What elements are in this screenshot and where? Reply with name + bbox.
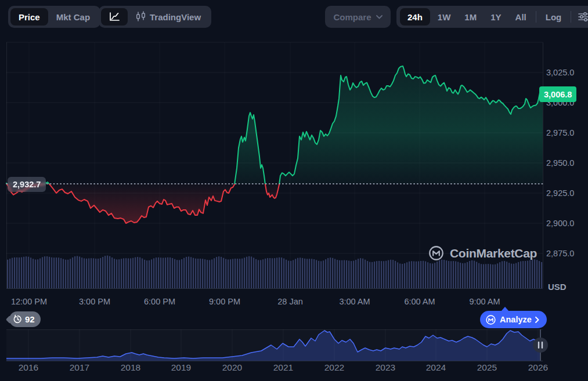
svg-text:2,900.0: 2,900.0 [546, 219, 574, 228]
analyze-button[interactable]: Analyze [480, 311, 547, 328]
chart-settings-button[interactable] [574, 8, 588, 26]
toolbar-divider [571, 11, 571, 23]
price-series [6, 66, 543, 223]
chevron-right-icon [535, 317, 539, 323]
chevron-down-icon [376, 15, 383, 19]
svg-text:2,925.0: 2,925.0 [546, 188, 574, 198]
coinmarketcap-logo-icon [485, 314, 496, 325]
baseline-price-badge: 2,932.7 [8, 177, 46, 192]
timeline-minimap[interactable] [6, 329, 548, 361]
tab-mkt-cap[interactable]: Mkt Cap [48, 8, 98, 26]
svg-text:6:00 PM: 6:00 PM [144, 297, 175, 306]
toolbar-divider [536, 11, 536, 23]
svg-text:2021: 2021 [273, 362, 293, 372]
analyze-label: Analyze [500, 315, 532, 324]
watermark-text: CoinMarketCap [450, 246, 537, 260]
current-price-badge: 3,006.8 [539, 86, 576, 102]
coinmarketcap-logo-icon [428, 245, 445, 262]
svg-text:USD: USD [548, 282, 567, 292]
svg-text:28 Jan: 28 Jan [277, 297, 303, 306]
compare-dropdown[interactable]: Compare [325, 6, 391, 28]
svg-text:2016: 2016 [19, 362, 38, 372]
svg-text:3:00 PM: 3:00 PM [79, 297, 110, 306]
tradingview-mode-button[interactable]: TradingView [128, 8, 209, 26]
tab-price[interactable]: Price [10, 8, 48, 26]
svg-text:12:00 PM: 12:00 PM [11, 297, 47, 306]
range-24h[interactable]: 24h [400, 8, 430, 26]
svg-text:9:00 PM: 9:00 PM [209, 297, 240, 306]
svg-text:2,975.0: 2,975.0 [546, 128, 574, 137]
svg-text:2020: 2020 [222, 362, 243, 372]
range-1y[interactable]: 1Y [484, 8, 507, 26]
log-scale-toggle[interactable]: Log [539, 8, 568, 26]
svg-text:6:00 AM: 6:00 AM [404, 297, 435, 306]
svg-text:9:00 AM: 9:00 AM [469, 297, 500, 306]
chart-style-toggle: TradingView [99, 6, 211, 28]
svg-text:3,025.0: 3,025.0 [546, 68, 574, 77]
history-count-badge[interactable]: 92 [9, 311, 41, 327]
svg-text:2024: 2024 [426, 362, 446, 372]
svg-text:2,950.0: 2,950.0 [546, 158, 574, 168]
line-chart-icon [108, 11, 121, 23]
tradingview-label: TradingView [150, 12, 201, 22]
candlestick-icon [136, 11, 146, 23]
range-selector: 24h 1W 1M 1Y All Log [396, 6, 588, 28]
history-count: 92 [25, 314, 35, 324]
chart-type-toggle: Price Mkt Cap [8, 6, 100, 28]
svg-text:2025: 2025 [477, 362, 497, 372]
svg-text:2018: 2018 [121, 362, 140, 372]
tune-sliders-icon [578, 11, 588, 23]
line-chart-mode-button[interactable] [101, 8, 128, 26]
history-clock-icon [13, 314, 23, 324]
svg-text:2,875.0: 2,875.0 [546, 249, 574, 258]
range-1w[interactable]: 1W [431, 8, 457, 26]
svg-text:2022: 2022 [324, 362, 344, 372]
svg-text:2019: 2019 [171, 362, 191, 372]
svg-text:3:00 AM: 3:00 AM [339, 297, 370, 306]
range-1m[interactable]: 1M [458, 8, 483, 26]
svg-text:2017: 2017 [70, 362, 89, 372]
coinmarketcap-watermark: CoinMarketCap [428, 245, 537, 262]
svg-text:2026: 2026 [528, 362, 548, 372]
range-all[interactable]: All [509, 8, 533, 26]
svg-text:2023: 2023 [376, 362, 395, 372]
compare-label: Compare [333, 12, 371, 22]
